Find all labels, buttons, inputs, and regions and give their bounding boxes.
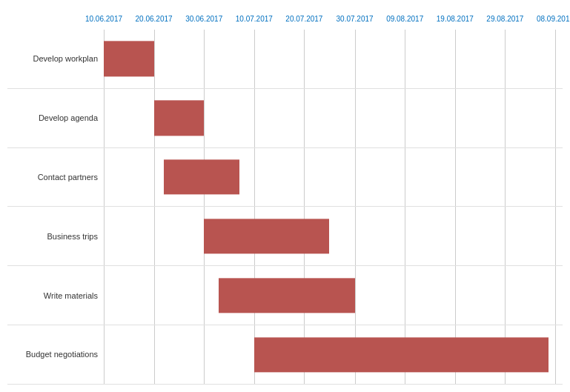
header-row: 10.06.201720.06.201730.06.201710.07.2017… [104, 15, 555, 27]
task-label: Contact partners [7, 172, 104, 182]
header-date-label: 08.09.2017 [537, 15, 570, 23]
rows-area: Develop workplanDevelop agendaContact pa… [7, 30, 563, 385]
bar-area [104, 207, 555, 265]
gantt-bar [164, 159, 239, 194]
gantt-row: Develop workplan [7, 30, 563, 89]
header-date-label: 30.07.2017 [337, 15, 374, 23]
gantt-bar [219, 278, 354, 313]
gantt-bar [254, 337, 549, 372]
bar-area [104, 148, 555, 207]
task-label: Business trips [7, 231, 104, 242]
bar-area [104, 30, 555, 88]
gantt-bar [154, 101, 205, 136]
chart-container: 10.06.201720.06.201730.06.201710.07.2017… [0, 0, 570, 392]
chart-area: 10.06.201720.06.201730.06.201710.07.2017… [7, 15, 563, 385]
header-date-label: 20.06.2017 [136, 15, 173, 23]
gantt-row: Write materials [7, 266, 563, 325]
header-date-label: 10.07.2017 [236, 15, 273, 23]
gantt-row: Develop agenda [7, 89, 563, 148]
bar-area [104, 325, 555, 384]
header-date-label: 09.08.2017 [386, 15, 423, 23]
gantt-row: Contact partners [7, 148, 563, 207]
task-label: Budget negotiations [7, 349, 104, 359]
header-date-label: 30.06.2017 [185, 15, 222, 23]
gantt-bar [104, 41, 154, 76]
bar-area [104, 89, 555, 147]
gantt-row: Budget negotiations [7, 325, 563, 385]
gantt-row: Business trips [7, 207, 563, 266]
gantt-bar [204, 219, 329, 253]
header-date-label: 19.08.2017 [437, 15, 474, 23]
header-date-label: 20.07.2017 [285, 15, 322, 23]
header-date-label: 29.08.2017 [486, 15, 523, 23]
bar-area [104, 266, 555, 325]
task-label: Write materials [7, 290, 104, 301]
task-label: Develop workplan [7, 53, 104, 64]
header-date-label: 10.06.2017 [85, 15, 122, 23]
task-label: Develop agenda [7, 113, 104, 123]
